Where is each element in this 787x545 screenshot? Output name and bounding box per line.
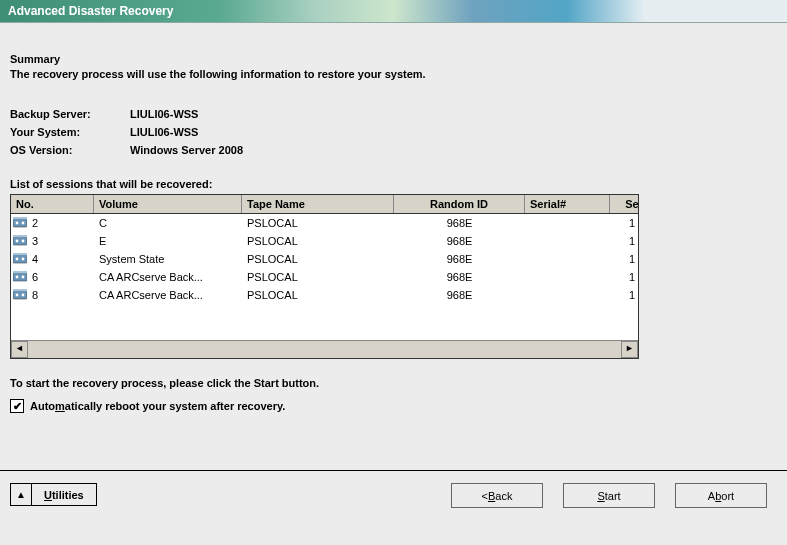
cell-no: 8 (27, 286, 94, 304)
cell-volume: CA ARCserve Back... (94, 268, 242, 286)
cell-volume: C (94, 214, 242, 232)
cell-se: 1 (610, 232, 654, 250)
os-version-value: Windows Server 2008 (130, 144, 243, 156)
table-row[interactable]: 3EPSLOCAL968E1 (11, 232, 638, 250)
back-button[interactable]: < Back (451, 483, 543, 508)
cell-tape: PSLOCAL (242, 214, 394, 232)
cell-serial (525, 232, 610, 250)
tape-icon (11, 232, 27, 250)
col-tape[interactable]: Tape Name (242, 195, 394, 213)
svg-point-6 (22, 240, 25, 243)
summary-heading: Summary (10, 53, 777, 65)
recover-instruction: To start the recovery process, please cl… (10, 377, 777, 389)
svg-point-14 (22, 276, 25, 279)
svg-rect-8 (13, 255, 27, 263)
col-se[interactable]: Se (610, 195, 654, 213)
sessions-grid: No. Volume Tape Name Random ID Serial# S… (10, 194, 639, 359)
backup-server-value: LIULI06-WSS (130, 108, 198, 120)
svg-point-2 (22, 222, 25, 225)
auto-reboot-checkbox[interactable]: ✔ (10, 399, 24, 413)
cell-volume: CA ARCserve Back... (94, 286, 242, 304)
cell-se: 1 (610, 250, 654, 268)
cell-tape: PSLOCAL (242, 286, 394, 304)
cell-random: 968E (394, 286, 525, 304)
cell-no: 4 (27, 250, 94, 268)
svg-point-5 (16, 240, 19, 243)
svg-point-10 (22, 258, 25, 261)
table-row[interactable]: 2CPSLOCAL968E1 (11, 214, 638, 232)
abort-button[interactable]: Abort (675, 483, 767, 508)
tape-icon (11, 286, 27, 304)
cell-no: 6 (27, 268, 94, 286)
scroll-right-button[interactable]: ► (621, 341, 638, 358)
horizontal-scrollbar[interactable]: ◄ ► (11, 340, 638, 358)
table-row[interactable]: 8CA ARCserve Back...PSLOCAL968E1 (11, 286, 638, 304)
svg-point-18 (22, 294, 25, 297)
svg-rect-16 (13, 291, 27, 299)
cell-random: 968E (394, 268, 525, 286)
svg-point-9 (16, 258, 19, 261)
cell-se: 1 (610, 214, 654, 232)
svg-rect-7 (13, 235, 27, 237)
cell-random: 968E (394, 250, 525, 268)
start-button[interactable]: Start (563, 483, 655, 508)
cell-serial (525, 214, 610, 232)
col-serial[interactable]: Serial# (525, 195, 610, 213)
backup-server-label: Backup Server: (10, 108, 130, 120)
cell-random: 968E (394, 232, 525, 250)
your-system-label: Your System: (10, 126, 130, 138)
cell-random: 968E (394, 214, 525, 232)
svg-point-1 (16, 222, 19, 225)
table-row[interactable]: 4System StatePSLOCAL968E1 (11, 250, 638, 268)
svg-rect-15 (13, 271, 27, 273)
cell-tape: PSLOCAL (242, 268, 394, 286)
cell-volume: System State (94, 250, 242, 268)
cell-volume: E (94, 232, 242, 250)
grid-blank (11, 304, 638, 340)
col-volume[interactable]: Volume (94, 195, 242, 213)
cell-se: 1 (610, 268, 654, 286)
svg-rect-3 (13, 217, 27, 219)
cell-no: 3 (27, 232, 94, 250)
svg-rect-4 (13, 237, 27, 245)
grid-header: No. Volume Tape Name Random ID Serial# S… (11, 195, 638, 214)
col-no[interactable]: No. (11, 195, 94, 213)
svg-point-17 (16, 294, 19, 297)
tape-icon (11, 250, 27, 268)
cell-tape: PSLOCAL (242, 232, 394, 250)
grid-body[interactable]: 2CPSLOCAL968E13EPSLOCAL968E14System Stat… (11, 214, 638, 304)
check-icon: ✔ (13, 401, 22, 411)
auto-reboot-label: Automatically reboot your system after r… (30, 400, 285, 412)
sessions-heading: List of sessions that will be recovered: (10, 178, 777, 190)
footer-bar: ▲ Utilities < Back Start Abort (0, 470, 787, 545)
utilities-arrow-icon: ▲ (11, 484, 32, 505)
cell-serial (525, 268, 610, 286)
svg-rect-11 (13, 253, 27, 255)
svg-rect-12 (13, 273, 27, 281)
window-title: Advanced Disaster Recovery (0, 0, 787, 23)
svg-point-13 (16, 276, 19, 279)
scroll-left-button[interactable]: ◄ (11, 341, 28, 358)
col-random[interactable]: Random ID (394, 195, 525, 213)
cell-tape: PSLOCAL (242, 250, 394, 268)
os-version-label: OS Version: (10, 144, 130, 156)
summary-text: The recovery process will use the follow… (10, 68, 777, 80)
utilities-button[interactable]: ▲ Utilities (10, 483, 97, 506)
cell-no: 2 (27, 214, 94, 232)
cell-se: 1 (610, 286, 654, 304)
svg-rect-0 (13, 219, 27, 227)
cell-serial (525, 286, 610, 304)
cell-serial (525, 250, 610, 268)
tape-icon (11, 268, 27, 286)
tape-icon (11, 214, 27, 232)
table-row[interactable]: 6CA ARCserve Back...PSLOCAL968E1 (11, 268, 638, 286)
svg-rect-19 (13, 289, 27, 291)
your-system-value: LIULI06-WSS (130, 126, 198, 138)
